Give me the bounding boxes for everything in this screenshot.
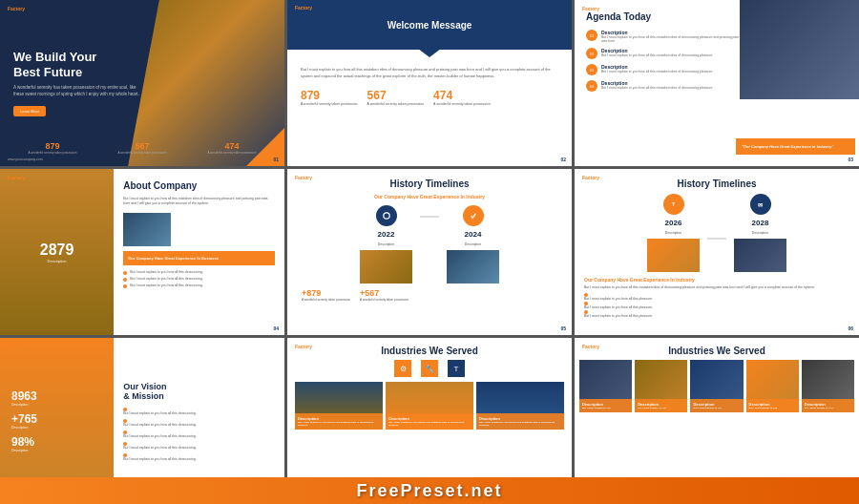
slide-1-stats: 879 A wonderful serenity taken possessio… [0,141,284,155]
card-label-9-1: Description But I must explain to you [579,399,632,412]
slide-8-icons: ⚙ 🔧 T [287,360,572,377]
slide-7-b3: But I must explain to you how all this d… [123,430,275,438]
timeline-circle-2 [463,205,484,226]
slide-7-b1: But I must explain to you how all this d… [123,407,275,415]
slide-8-images: Description But I must explain to you ho… [287,382,572,430]
card-label-9-3: Description But I must explain to you [690,399,743,412]
slide-3-bg [740,0,859,99]
ind-card-9-5: Description But I must explain to you [802,360,854,412]
ind-card-1: Description But I must explain to you ho… [295,382,383,430]
v-stat-1: 8963 Description [11,389,102,407]
stat-item-1: 879 A wonderful serenity taken possessio… [28,141,76,155]
slide-grid: Factory We Build Your Best Future A wond… [0,0,859,504]
slide-6: Factory History Timelines T 2026 Descrip… [575,169,859,335]
agenda-item-1: 01 Description But I must explain to you… [586,30,740,43]
slide-3-page: 03 [848,157,853,162]
slide-5-timeline: 2022 Description 2024 Description [287,205,572,284]
slide-2-numbers: 879 A wonderful serenity taken possessio… [301,89,558,106]
agenda-item-2: 02 Description But I must explain to you… [586,48,740,59]
slide-7-bullets: But I must explain to you how all this d… [123,407,275,461]
slide-8-title: Industries We Served [287,338,572,360]
timeline-img-1 [360,250,412,284]
slide-1-website: www.yourcompany.com [8,158,43,161]
slide-6-body: But I must explain to you how all this m… [584,285,849,290]
slide-6-b3: But I must explain to you how all this p… [584,310,849,318]
slide-2-body-text: But I must explain to you how all this m… [301,67,558,79]
timeline-line [420,216,439,218]
slide-4-title: About Company [123,180,275,191]
agenda-num-3: 03 [586,64,597,75]
timeline-item-4: ✉ 2028 Description [734,194,786,272]
slide-2: Factory Welcome Message But I must expla… [287,0,572,166]
slide-7-b4: But I must explain to you how all this d… [123,441,275,450]
slide-4-bullet-1: But I must explain to you how all this d… [123,270,275,275]
slide-6-title: History Timelines [575,169,859,194]
wrench-icon: 🔧 [421,360,438,377]
card-label-1: Description But I must explain to you ho… [295,413,383,430]
slide-7-title: Our Vision & Mission [123,382,275,401]
slide-4-left: 2879 Description [0,169,114,335]
timeline-img-3 [647,239,700,272]
slide-4-orangebox: Our Company Have Great Experience In Bus… [123,251,275,265]
stat-item-2: 567 A wonderful serenity taken possessio… [117,141,166,155]
slide-8-logo: Factory [295,344,312,349]
slide-4-img [123,213,171,246]
slide-4-bullet-3: But I must explain to you how all this d… [123,284,275,288]
timeline-item-3: T 2026 Description [647,194,700,272]
slide-6-b1: But I must explain to you how all this p… [584,293,849,301]
slide-7-b2: But I must explain to you how all this d… [123,418,275,427]
slide-2-body: But I must explain to you how all this m… [287,50,572,114]
bullet-dot [123,284,127,288]
slide-5-stats: +879 A wonderful serenity taken possessi… [287,284,572,306]
slide-4-page: 04 [273,326,279,331]
timeline-item-2: 2024 Description [447,205,499,284]
slide-3-logo: Factory [582,6,599,11]
slide-2-header: Welcome Message [287,0,572,50]
ind-card-3: Description But I must explain to you ho… [476,382,564,430]
slide-5-title: History Timelines [287,169,572,194]
slide-9-title: Industries We Served [575,338,859,360]
agenda-num-2: 02 [586,48,597,59]
t-icon: T [448,360,465,377]
timeline-circle-3: T [663,194,684,215]
gear-icon: ⚙ [394,360,411,377]
ind-card-9-3: Description But I must explain to you [690,360,743,412]
slide-1: Factory We Build Your Best Future A wond… [0,0,284,166]
slide-1-title: We Build Your Best Future [13,50,143,79]
num-item-3: 474 A wonderful serenity taken possessio… [433,89,491,106]
slide-4-right: About Company But I must explain to you … [114,169,284,335]
slide-2-logo: Factory [295,5,312,10]
slide-7-b5: But I must explain to you how all this d… [123,452,275,461]
slide-4-bullet-2: But I must explain to you how all this d… [123,277,275,282]
slide-3-content: Agenda Today 01 Description But I must e… [575,0,751,103]
agenda-item-4: 04 Description But I must explain to you… [586,80,740,92]
slide-5-orange: Our Company Have Great Experience In Ind… [287,194,572,200]
v-stat-2: +765 Description [11,412,102,430]
slide-4-bignum: 2879 [40,242,74,259]
slide-4-numlabel: Description [48,259,67,263]
card-label-9-4: Description But I must explain to you [746,399,799,412]
slide-1-subtitle: A wonderful serenity has taken possessio… [13,85,143,98]
card-label-9-5: Description But I must explain to you [802,399,854,412]
bullet-dot [123,271,127,275]
agenda-num-4: 04 [586,80,597,92]
slide-5-page: 05 [560,326,566,331]
slide-6-logo: Factory [582,175,599,180]
slide-2-title: Welcome Message [388,20,472,31]
card-label-9-2: Description But I must explain to you [635,399,687,412]
slide-6-content: Our Company Have Great Experience In Ind… [575,272,859,323]
stat-item-3: 474 A wonderful serenity taken possessio… [207,141,256,155]
slide-5: Factory History Timelines Our Company Ha… [287,169,572,335]
num-item-2: 567 A wonderful serenity taken possessio… [367,89,425,106]
ind-card-9-1: Description But I must explain to you [579,360,632,412]
slide-6-b2: But I must explain to you how all this p… [584,302,849,309]
svg-point-0 [383,213,388,219]
plus-stat-1: +879 A wonderful serenity taken possessi… [302,288,350,302]
slide-1-button[interactable]: Learn More [13,106,46,116]
slide-3-title: Agenda Today [586,11,740,22]
agenda-items: 01 Description But I must explain to you… [586,30,740,92]
slide-9-images: Description But I must explain to you De… [575,360,859,412]
slide-9-logo: Factory [582,344,599,349]
card-label-2: Description But I must explain to you ho… [386,413,473,430]
ind-card-9-2: Description But I must explain to you [635,360,687,412]
